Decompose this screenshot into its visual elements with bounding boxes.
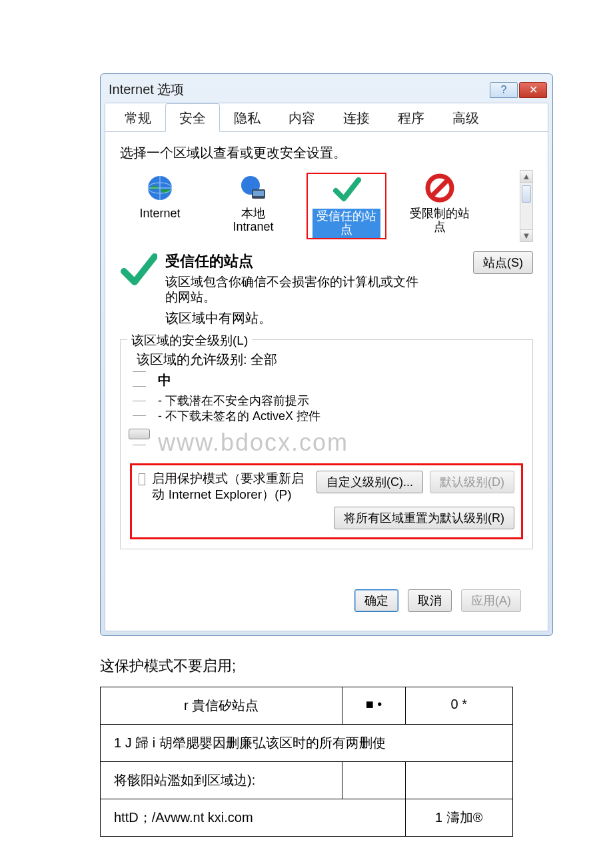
reset-all-button[interactable]: 将所有区域重置为默认级别(R)	[334, 507, 514, 529]
security-bullet: - 下载潜在不安全内容前提示	[158, 393, 523, 409]
watermark-text: www.bdocx.com	[158, 429, 523, 457]
tab-programs[interactable]: 程序	[384, 103, 438, 131]
globe-icon	[145, 173, 175, 203]
intranet-icon	[238, 173, 269, 203]
tab-strip: 常规 安全 隐私 内容 连接 程序 高级	[105, 103, 548, 132]
tab-connections[interactable]: 连接	[329, 103, 384, 131]
zone-trusted[interactable]: 受信任的站 点	[306, 173, 386, 239]
table-row: 将骸阳站濫如到区域边):	[101, 762, 513, 799]
titlebar: Internet 选项 ? ✕	[105, 78, 548, 103]
tab-content[interactable]: 内容	[275, 103, 329, 131]
zone-scrollbar[interactable]: ▲ ▼	[520, 170, 533, 242]
tab-security[interactable]: 安全	[165, 103, 220, 132]
internet-options-dialog: Internet 选项 ? ✕ 常规 安全 隐私 内容 连接 程序 高级 选择一…	[100, 73, 553, 636]
zone-label: Internet	[139, 207, 180, 221]
zone-intranet[interactable]: 本地 Intranet	[213, 173, 293, 234]
cell: ■ •	[342, 687, 405, 725]
zone-label: 受限制的站 点	[410, 207, 470, 234]
cell: httD；/Avww.nt kxi.com	[101, 799, 406, 837]
table-row: 1 J 歸 i 胡犖腮嬰因删廉弘该区时的所有两删使	[101, 725, 513, 762]
tab-general[interactable]: 常规	[111, 103, 165, 131]
restricted-icon	[424, 173, 455, 203]
sites-button[interactable]: 站点(S)	[473, 251, 533, 274]
allowed-levels-text: 该区域的允许级别: 全部	[137, 351, 523, 369]
protected-mode-checkbox[interactable]	[139, 473, 145, 485]
dialog-body: 常规 安全 隐私 内容 连接 程序 高级 选择一个区域以查看或更改安全设置。	[105, 103, 548, 631]
cell: 0 *	[405, 687, 512, 725]
security-bullet: - 不下载未签名的 ActiveX 控件	[158, 409, 523, 424]
checkmark-large-icon	[120, 251, 157, 289]
cell: 将骸阳站濫如到区域边):	[101, 762, 342, 799]
cell: r 貴信矽站点	[101, 687, 342, 725]
lower-table: r 貴信矽站点 ■ • 0 * 1 J 歸 i 胡犖腮嬰因删廉弘该区时的所有两删…	[100, 687, 513, 837]
help-button[interactable]: ?	[490, 82, 518, 98]
window-title: Internet 选项	[109, 81, 488, 99]
svg-rect-4	[253, 191, 264, 196]
cell	[405, 762, 512, 799]
apply-button[interactable]: 应用(A)	[461, 589, 521, 612]
default-level-button[interactable]: 默认级别(D)	[430, 471, 514, 493]
scroll-up-icon[interactable]: ▲	[520, 171, 532, 183]
zone-internet[interactable]: Internet	[120, 173, 200, 221]
ok-button[interactable]: 确定	[354, 589, 398, 612]
zone-detail-sub: 该区域中有网站。	[165, 309, 418, 327]
tab-privacy[interactable]: 隐私	[220, 103, 275, 131]
scroll-track[interactable]	[520, 183, 532, 229]
zone-list: Internet 本地	[120, 170, 520, 242]
cancel-button[interactable]: 取消	[408, 589, 452, 612]
zone-select-prompt: 选择一个区域以查看或更改安全设置。	[120, 144, 533, 162]
zone-restricted[interactable]: 受限制的站 点	[400, 173, 480, 234]
protected-mode-label: 启用保护模式（要求重新启动 Internet Explorer）(P)	[152, 471, 305, 503]
cell	[342, 762, 405, 799]
svg-line-6	[432, 180, 448, 196]
cell: 1 濤加®	[405, 799, 512, 837]
tab-advanced[interactable]: 高级	[438, 103, 493, 131]
document-caption: 这保护模式不要启用;	[100, 656, 513, 676]
security-level-group: 该区域的安全级别(L) 该区域的允许级别: 全部 中 - 下载潜在不安全内容前提…	[120, 339, 533, 549]
close-button[interactable]: ✕	[519, 82, 547, 98]
security-slider[interactable]	[133, 371, 146, 458]
zone-detail-desc: 该区域包含你确信不会损害你的计算机或文件的网站。	[165, 274, 418, 306]
scroll-thumb[interactable]	[522, 185, 531, 203]
cell: 1 J 歸 i 胡犖腮嬰因删廉弘该区时的所有两删使	[101, 725, 513, 762]
custom-level-button[interactable]: 自定义级别(C)...	[316, 471, 423, 493]
zone-label: 本地 Intranet	[233, 207, 273, 234]
slider-thumb[interactable]	[129, 429, 150, 439]
zone-detail-title: 受信任的站点	[165, 251, 418, 271]
highlighted-area: 启用保护模式（要求重新启动 Internet Explorer）(P) 自定义级…	[130, 463, 523, 539]
dialog-footer: 确定 取消 应用(A)	[120, 549, 533, 619]
zone-label: 受信任的站 点	[312, 209, 380, 238]
security-level-legend: 该区域的安全级别(L)	[127, 332, 252, 349]
security-level-value: 中	[158, 371, 523, 389]
scroll-down-icon[interactable]: ▼	[520, 229, 532, 241]
table-row: r 貴信矽站点 ■ • 0 *	[101, 687, 513, 725]
checkmark-icon	[331, 174, 362, 205]
table-row: httD；/Avww.nt kxi.com 1 濤加®	[101, 799, 513, 837]
zone-detail: 受信任的站点 该区域包含你确信不会损害你的计算机或文件的网站。 该区域中有网站。…	[120, 251, 533, 328]
